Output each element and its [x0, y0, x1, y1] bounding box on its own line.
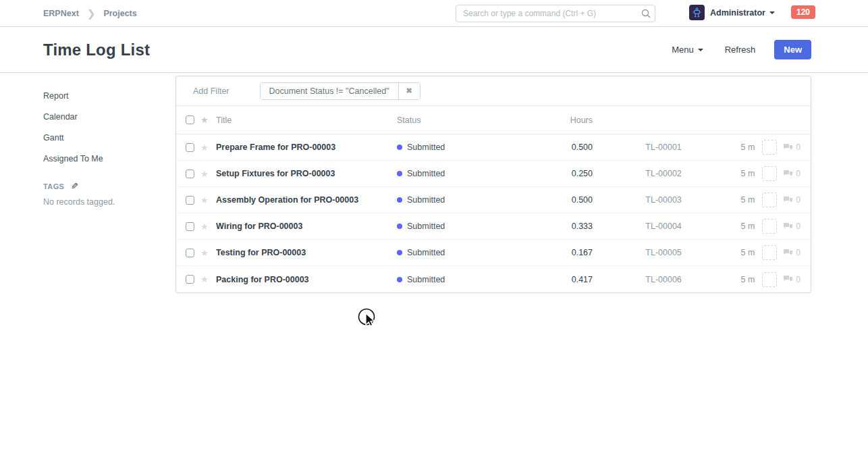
table-row[interactable]: ★ Testing for PRO-00003 Submitted 0.167 …: [176, 240, 811, 266]
brand-link[interactable]: ERPNext: [43, 9, 79, 18]
row-id: TL-00001: [645, 143, 697, 152]
row-hours: 0.250: [518, 169, 593, 178]
status-indicator: Submitted: [397, 195, 518, 205]
column-header-title: Title: [216, 116, 397, 125]
row-id: TL-00006: [645, 275, 697, 284]
row-checkbox[interactable]: [186, 275, 194, 284]
status-dot-icon: [397, 171, 402, 176]
row-checkbox[interactable]: [186, 170, 194, 178]
table-row[interactable]: ★ Setup Fixtures for PRO-00003 Submitted…: [176, 161, 811, 187]
table-row[interactable]: ★ Prepare Frame for PRO-00003 Submitted …: [176, 134, 811, 161]
chevron-down-icon: [698, 49, 703, 51]
select-all-checkbox[interactable]: [186, 116, 194, 124]
search-icon[interactable]: [637, 9, 655, 18]
comment-count: 0: [783, 169, 801, 178]
row-checkbox[interactable]: [186, 222, 194, 231]
status-indicator: Submitted: [397, 222, 518, 231]
content: Report Calendar Gantt Assigned To Me TAG…: [0, 73, 868, 293]
assign-placeholder[interactable]: [762, 192, 777, 207]
new-button[interactable]: New: [774, 40, 811, 59]
row-title[interactable]: Wiring for PRO-00003: [216, 222, 397, 231]
row-hours: 0.417: [518, 275, 593, 284]
sidebar-item-assigned-to-me[interactable]: Assigned To Me: [43, 152, 175, 165]
comment-icon: [783, 143, 793, 152]
assign-placeholder[interactable]: [762, 272, 777, 287]
sidebar-item-report[interactable]: Report: [43, 89, 175, 103]
page-actions: Menu Refresh New: [672, 40, 811, 59]
remove-filter-icon[interactable]: ✖: [398, 83, 420, 99]
sidebar: Report Calendar Gantt Assigned To Me TAG…: [43, 73, 175, 207]
row-title[interactable]: Setup Fixtures for PRO-00003: [216, 169, 397, 178]
search-input[interactable]: [456, 9, 637, 18]
status-indicator: Submitted: [397, 248, 518, 257]
chevron-right-icon: ❯: [87, 8, 96, 18]
filter-bar: Add Filter Document Status != "Cancelled…: [176, 76, 811, 106]
comment-count: 0: [783, 275, 801, 284]
table-row[interactable]: ★ Assembly Operation for PRO-00003 Submi…: [176, 187, 811, 213]
table-row[interactable]: ★ Wiring for PRO-00003 Submitted 0.333 T…: [176, 213, 811, 240]
menu-button[interactable]: Menu: [672, 45, 703, 55]
row-title[interactable]: Prepare Frame for PRO-00003: [216, 143, 397, 152]
assign-placeholder[interactable]: [762, 140, 777, 155]
star-icon[interactable]: ★: [200, 116, 211, 124]
row-modified: 5 m: [729, 169, 755, 178]
notification-badge[interactable]: 120: [791, 5, 815, 19]
star-icon[interactable]: ★: [200, 249, 211, 257]
row-title[interactable]: Testing for PRO-00003: [216, 248, 397, 257]
row-checkbox[interactable]: [186, 196, 194, 205]
active-filter-pill: Document Status != "Cancelled" ✖: [260, 82, 421, 100]
row-id: TL-00003: [645, 195, 697, 205]
page-title: Time Log List: [43, 41, 150, 59]
comment-icon: [783, 275, 793, 284]
star-icon[interactable]: ★: [200, 222, 211, 231]
row-modified: 5 m: [729, 222, 755, 231]
add-filter-button[interactable]: Add Filter: [193, 86, 229, 96]
status-indicator: Submitted: [397, 143, 518, 152]
comment-icon: [783, 170, 793, 178]
status-dot-icon: [397, 224, 402, 229]
row-modified: 5 m: [729, 275, 755, 284]
comment-icon: [783, 196, 793, 205]
comment-icon: [783, 222, 793, 231]
column-header-status: Status: [397, 116, 518, 125]
cursor-click-indicator: [357, 307, 380, 335]
page-head: Time Log List Menu Refresh New: [0, 27, 868, 73]
row-checkbox[interactable]: [186, 249, 194, 257]
star-icon[interactable]: ★: [200, 275, 211, 284]
assign-placeholder[interactable]: [762, 245, 777, 260]
refresh-button[interactable]: Refresh: [725, 45, 756, 55]
sidebar-item-calendar[interactable]: Calendar: [43, 110, 175, 124]
row-hours: 0.167: [518, 248, 593, 257]
user-name: Administrator: [710, 8, 765, 18]
navbar: ERPNext ❯ Projects Administrator 120: [0, 0, 868, 27]
row-hours: 0.500: [518, 143, 593, 152]
assign-placeholder[interactable]: [762, 219, 777, 234]
row-hours: 0.500: [518, 195, 593, 205]
user-menu[interactable]: Administrator: [689, 5, 775, 20]
table-row[interactable]: ★ Packing for PRO-00003 Submitted 0.417 …: [176, 266, 811, 292]
status-indicator: Submitted: [397, 169, 518, 178]
star-icon[interactable]: ★: [200, 170, 211, 178]
status-dot-icon: [397, 197, 402, 203]
row-id: TL-00002: [645, 169, 697, 178]
edit-pencil-icon[interactable]: ✎: [71, 181, 78, 191]
comment-count: 0: [783, 222, 801, 231]
comment-count: 0: [783, 143, 801, 152]
row-title[interactable]: Assembly Operation for PRO-00003: [216, 195, 397, 205]
assign-placeholder[interactable]: [762, 166, 777, 181]
breadcrumb[interactable]: Projects: [103, 9, 136, 18]
star-icon[interactable]: ★: [200, 196, 211, 205]
tags-empty-text: No records tagged.: [43, 197, 175, 207]
status-dot-icon: [397, 145, 402, 150]
sidebar-item-gantt[interactable]: Gantt: [43, 131, 175, 145]
active-filter-label[interactable]: Document Status != "Cancelled": [261, 83, 398, 99]
row-title[interactable]: Packing for PRO-00003: [216, 275, 397, 284]
comment-icon: [783, 249, 793, 257]
tags-section-header: TAGS ✎: [43, 181, 175, 191]
list-header-row: ★ Title Status Hours: [176, 106, 811, 134]
chevron-down-icon: [769, 11, 775, 14]
star-icon[interactable]: ★: [200, 143, 211, 152]
avatar: [689, 5, 705, 20]
row-checkbox[interactable]: [186, 143, 194, 152]
row-id: TL-00004: [645, 222, 697, 231]
